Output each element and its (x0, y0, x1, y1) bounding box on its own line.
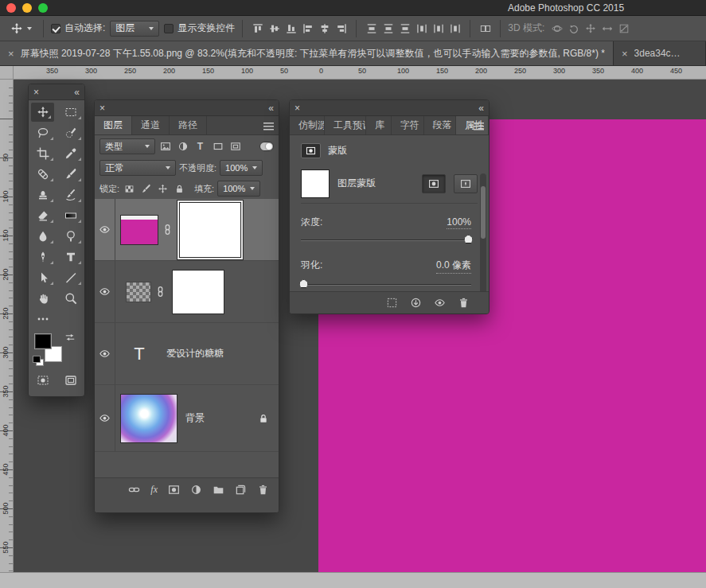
layer-mask-thumbnail[interactable] (301, 169, 330, 198)
zoom-window-button[interactable] (38, 3, 48, 13)
layer-mask-thumbnail-selected[interactable] (179, 202, 241, 258)
align-vertical-centers-button[interactable] (267, 21, 282, 36)
align-right-edges-button[interactable] (333, 21, 349, 36)
type-tool[interactable] (57, 247, 84, 267)
apply-mask-button[interactable] (410, 297, 422, 309)
density-value[interactable]: 100% (447, 216, 471, 229)
close-panel-icon[interactable]: × (99, 103, 105, 113)
document-tab-inactive[interactable]: × 3dea34c… (614, 41, 706, 65)
new-layer-button[interactable] (235, 484, 247, 496)
rectangular-marquee-tool[interactable] (57, 102, 84, 123)
pen-tool[interactable] (29, 247, 57, 267)
link-layers-button[interactable] (128, 484, 140, 496)
spot-healing-brush-tool[interactable] (29, 164, 57, 185)
close-tab-icon[interactable]: × (622, 48, 628, 60)
distribute-bottom-edges-button[interactable] (397, 21, 412, 36)
auto-align-layers-button[interactable] (478, 21, 493, 36)
tab-tool-presets[interactable]: 工具预设 (325, 116, 366, 134)
add-layer-mask-button[interactable] (168, 484, 180, 496)
scrollbar-thumb[interactable] (481, 186, 486, 239)
distribute-right-edges-button[interactable] (447, 21, 462, 36)
filter-kind-dropdown[interactable]: 类型 (99, 138, 155, 154)
panel-menu-icon[interactable] (474, 123, 484, 130)
panel-menu-icon[interactable] (263, 123, 274, 130)
lock-image-button[interactable] (139, 182, 153, 196)
layer-mask-thumbnail[interactable] (172, 270, 224, 314)
feather-slider[interactable] (301, 284, 471, 286)
orbit-3d-icon[interactable] (549, 21, 564, 36)
layer-name[interactable]: 爱设计的糖糖 (166, 347, 279, 360)
distribute-vertical-centers-button[interactable] (380, 21, 396, 36)
density-slider[interactable] (301, 239, 471, 241)
background-layer-thumbnail[interactable] (120, 394, 177, 443)
distribute-top-edges-button[interactable] (364, 21, 379, 36)
brush-tool[interactable] (57, 164, 84, 185)
eraser-tool[interactable] (29, 205, 57, 226)
lock-position-button[interactable] (156, 182, 170, 196)
tab-paragraph[interactable]: 段落 (424, 116, 457, 134)
gradient-tool[interactable] (57, 205, 84, 226)
dodge-tool[interactable] (57, 226, 84, 247)
history-brush-tool[interactable] (57, 185, 84, 205)
auto-select-checkbox[interactable]: 自动选择: (51, 21, 105, 35)
filter-adjustment-layers-button[interactable] (175, 139, 190, 154)
layer-visibility-toggle[interactable] (95, 323, 115, 384)
layer-row-background[interactable]: 背景 (95, 385, 279, 452)
add-vector-mask-button[interactable] (454, 174, 478, 193)
text-layer-thumbnail[interactable]: T (120, 344, 158, 364)
filter-smart-objects-button[interactable] (228, 139, 243, 154)
tab-character[interactable]: 字符 (392, 116, 424, 134)
hand-tool[interactable] (29, 288, 57, 309)
close-panel-icon[interactable]: × (294, 103, 300, 113)
layer-thumbnail[interactable] (120, 215, 158, 245)
feather-value[interactable]: 0.0 像素 (436, 259, 471, 274)
collapse-panel-icon[interactable]: « (268, 103, 274, 113)
layer-row-masked-fill[interactable] (95, 199, 279, 261)
layer-row-masked-pattern[interactable] (95, 261, 279, 323)
line-tool[interactable] (57, 267, 84, 288)
layer-visibility-toggle[interactable] (95, 385, 115, 451)
tool-preset-picker[interactable] (6, 21, 36, 37)
panel-resize-strip[interactable] (95, 501, 279, 512)
tab-clone-source[interactable]: 仿制源 (290, 116, 325, 134)
layer-visibility-toggle[interactable] (95, 261, 115, 322)
filter-shape-layers-button[interactable] (210, 139, 225, 154)
ruler-origin-corner[interactable] (0, 66, 14, 80)
delete-layer-button[interactable] (257, 484, 269, 496)
eyedropper-tool[interactable] (57, 143, 84, 164)
tab-libraries[interactable]: 库 (366, 116, 392, 134)
align-horizontal-centers-button[interactable] (317, 21, 332, 36)
layer-visibility-toggle[interactable] (95, 199, 115, 260)
roll-3d-icon[interactable] (566, 21, 581, 36)
new-group-button[interactable] (213, 484, 224, 496)
align-top-edges-button[interactable] (250, 21, 265, 36)
edit-toolbar-button[interactable] (29, 309, 57, 329)
opacity-dropdown[interactable]: 100% (220, 160, 263, 176)
mask-link-icon[interactable] (154, 286, 166, 298)
default-colors-icon[interactable] (33, 356, 44, 366)
close-panel-icon[interactable]: × (33, 88, 39, 97)
tab-paths[interactable]: 路径 (170, 116, 207, 134)
align-bottom-edges-button[interactable] (283, 21, 298, 36)
drag-3d-icon[interactable] (583, 21, 598, 36)
delete-mask-button[interactable] (458, 297, 470, 309)
adjustment-layer-button[interactable] (190, 484, 202, 496)
path-selection-tool[interactable] (29, 267, 57, 288)
select-layer-mask-button[interactable] (422, 174, 446, 193)
scale-3d-icon[interactable] (616, 21, 631, 36)
filter-type-layers-button[interactable]: T (193, 139, 208, 154)
minimize-window-button[interactable] (22, 3, 32, 13)
density-slider-knob[interactable] (464, 235, 473, 243)
vertical-ruler[interactable]: 50100150200250300350400450500550 (0, 80, 14, 572)
zoom-tool[interactable] (57, 288, 84, 309)
layer-thumbnail[interactable] (126, 282, 151, 302)
lock-transparency-button[interactable] (123, 182, 136, 196)
mask-link-icon[interactable] (162, 224, 174, 236)
close-window-button[interactable] (6, 3, 16, 13)
clone-stamp-tool[interactable] (29, 185, 57, 205)
tab-layers[interactable]: 图层 (95, 116, 132, 134)
move-tool[interactable] (31, 103, 54, 122)
load-selection-from-mask-button[interactable] (386, 297, 398, 309)
collapse-panel-icon[interactable]: « (478, 103, 484, 113)
collapse-panel-icon[interactable]: « (74, 88, 80, 97)
